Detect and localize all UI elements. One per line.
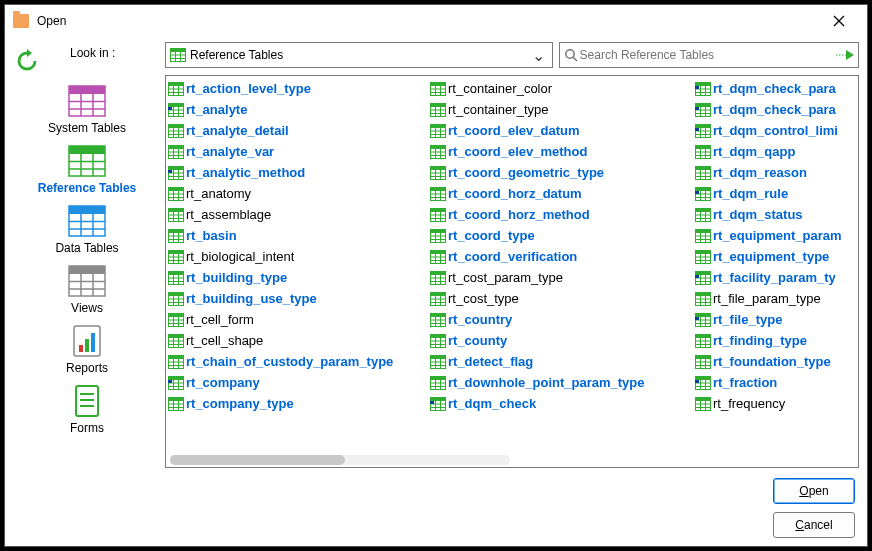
- item-name: rt_coord_elev_method: [446, 144, 587, 159]
- list-item[interactable]: rt_coord_elev_method: [428, 141, 693, 162]
- category-icon: [66, 263, 108, 299]
- list-item[interactable]: rt_cost_type: [428, 288, 693, 309]
- item-name: rt_detect_flag: [446, 354, 533, 369]
- list-item[interactable]: rt_coord_verification: [428, 246, 693, 267]
- list-item[interactable]: rt_facility_param_ty: [693, 267, 858, 288]
- list-item[interactable]: rt_container_color: [428, 78, 693, 99]
- item-name: rt_company_type: [184, 396, 294, 411]
- list-item[interactable]: rt_company_type: [166, 393, 428, 414]
- list-item[interactable]: rt_detect_flag: [428, 351, 693, 372]
- list-item[interactable]: rt_building_type: [166, 267, 428, 288]
- sidebar-item-system-tables[interactable]: System Tables: [13, 81, 161, 141]
- list-item[interactable]: rt_country: [428, 309, 693, 330]
- list-item[interactable]: rt_dqm_reason: [693, 162, 858, 183]
- svg-rect-339: [696, 397, 711, 401]
- list-item[interactable]: rt_analyte: [166, 99, 428, 120]
- list-item[interactable]: rt_action_level_type: [166, 78, 428, 99]
- list-item[interactable]: rt_anatomy: [166, 183, 428, 204]
- list-item[interactable]: rt_dqm_check_para: [693, 99, 858, 120]
- svg-rect-114: [169, 313, 184, 317]
- list-item[interactable]: rt_dqm_qapp: [693, 141, 858, 162]
- list-item[interactable]: rt_analyte_var: [166, 141, 428, 162]
- go-arrow-icon[interactable]: [834, 46, 854, 64]
- table-icon: [430, 397, 446, 411]
- item-name: rt_container_type: [446, 102, 548, 117]
- list-item[interactable]: rt_file_param_type: [693, 288, 858, 309]
- sidebar-item-data-tables[interactable]: Data Tables: [13, 201, 161, 261]
- list-item[interactable]: rt_chain_of_custody_param_type: [166, 351, 428, 372]
- item-name: rt_assemblage: [184, 207, 271, 222]
- list-item[interactable]: rt_finding_type: [693, 330, 858, 351]
- item-name: rt_coord_horz_method: [446, 207, 590, 222]
- refresh-button[interactable]: [15, 49, 41, 75]
- item-name: rt_dqm_status: [711, 207, 803, 222]
- scrollbar-thumb[interactable]: [170, 455, 345, 465]
- list-item[interactable]: rt_foundation_type: [693, 351, 858, 372]
- table-icon: [168, 250, 184, 264]
- svg-rect-181: [431, 208, 446, 212]
- svg-rect-223: [431, 355, 446, 359]
- list-item[interactable]: rt_biological_intent: [166, 246, 428, 267]
- list-item[interactable]: rt_cell_shape: [166, 330, 428, 351]
- svg-rect-102: [169, 271, 184, 275]
- svg-rect-139: [169, 397, 184, 401]
- svg-rect-249: [696, 103, 711, 107]
- item-name: rt_coord_type: [446, 228, 535, 243]
- table-icon: [168, 145, 184, 159]
- svg-rect-126: [169, 355, 184, 359]
- sidebar-item-label: Reports: [66, 361, 108, 375]
- table-icon: [695, 166, 711, 180]
- list-item[interactable]: rt_dqm_check: [428, 393, 693, 414]
- list-item[interactable]: rt_coord_type: [428, 225, 693, 246]
- sidebar-item-forms[interactable]: Forms: [13, 381, 161, 441]
- list-item[interactable]: rt_coord_geometric_type: [428, 162, 693, 183]
- list-item[interactable]: rt_coord_elev_datum: [428, 120, 693, 141]
- list-item[interactable]: rt_fraction: [693, 372, 858, 393]
- lookin-combo[interactable]: Reference Tables ⌄: [165, 42, 553, 68]
- list-item[interactable]: rt_basin: [166, 225, 428, 246]
- svg-rect-254: [695, 107, 699, 110]
- sidebar-item-reports[interactable]: Reports: [13, 321, 161, 381]
- open-button[interactable]: Open: [773, 478, 855, 504]
- list-item[interactable]: rt_assemblage: [166, 204, 428, 225]
- horizontal-scrollbar[interactable]: [170, 455, 510, 465]
- list-item[interactable]: rt_dqm_control_limi: [693, 120, 858, 141]
- list-item[interactable]: rt_cell_form: [166, 309, 428, 330]
- list-item[interactable]: rt_coord_horz_method: [428, 204, 693, 225]
- search-input[interactable]: [580, 48, 834, 62]
- svg-rect-132: [169, 376, 184, 380]
- sidebar-item-reference-tables[interactable]: Reference Tables: [13, 141, 161, 201]
- table-icon: [430, 376, 446, 390]
- table-icon: [695, 208, 711, 222]
- table-icon: [695, 313, 711, 327]
- list-item[interactable]: rt_dqm_status: [693, 204, 858, 225]
- sidebar-item-label: Views: [71, 301, 103, 315]
- svg-rect-326: [696, 355, 711, 359]
- list-item[interactable]: rt_company: [166, 372, 428, 393]
- list-item[interactable]: rt_equipment_type: [693, 246, 858, 267]
- list-item[interactable]: rt_coord_horz_datum: [428, 183, 693, 204]
- close-button[interactable]: [819, 7, 859, 35]
- item-name: rt_biological_intent: [184, 249, 294, 264]
- list-item[interactable]: rt_county: [428, 330, 693, 351]
- list-item[interactable]: rt_downhole_point_param_type: [428, 372, 693, 393]
- table-icon: [430, 82, 446, 96]
- list-item[interactable]: rt_dqm_rule: [693, 183, 858, 204]
- cancel-button[interactable]: Cancel: [773, 512, 855, 538]
- list-item[interactable]: rt_building_use_type: [166, 288, 428, 309]
- list-item[interactable]: rt_cost_param_type: [428, 267, 693, 288]
- item-name: rt_equipment_param: [711, 228, 842, 243]
- table-icon: [695, 355, 711, 369]
- list-item[interactable]: rt_file_type: [693, 309, 858, 330]
- sidebar-item-views[interactable]: Views: [13, 261, 161, 321]
- svg-rect-269: [696, 166, 711, 170]
- list-item[interactable]: rt_container_type: [428, 99, 693, 120]
- list-item[interactable]: rt_analyte_detail: [166, 120, 428, 141]
- list-item[interactable]: rt_frequency: [693, 393, 858, 414]
- search-box[interactable]: [559, 42, 859, 68]
- category-icon: [66, 83, 108, 119]
- list-item[interactable]: rt_analytic_method: [166, 162, 428, 183]
- table-icon: [695, 229, 711, 243]
- list-item[interactable]: rt_dqm_check_para: [693, 78, 858, 99]
- list-item[interactable]: rt_equipment_param: [693, 225, 858, 246]
